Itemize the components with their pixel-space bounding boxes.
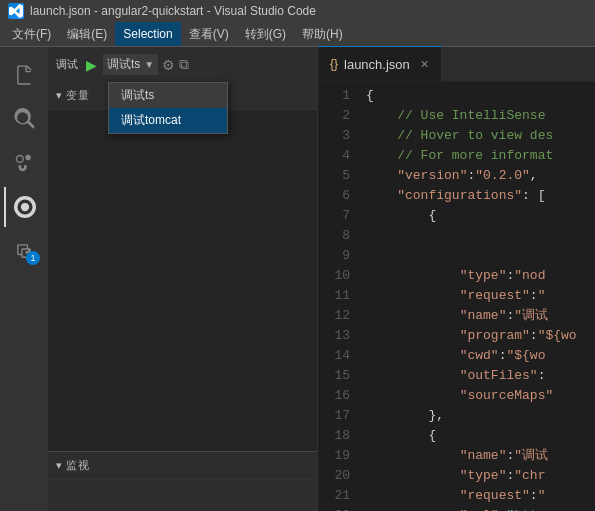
activity-source-control[interactable] [4, 143, 44, 183]
code-line-4: // For more informat [366, 146, 587, 166]
debug-toolbar: 调试 ▶ 调试ts ▼ ⚙ ⧉ 调试ts 调试tomcat [48, 47, 317, 82]
variables-area [48, 110, 317, 451]
code-line-18: { [366, 426, 587, 446]
debug-config-name: 调试ts [107, 56, 140, 73]
debug-gear-button[interactable]: ⚙ [162, 57, 175, 73]
code-line-19: "name": "调试 [366, 446, 587, 466]
activity-explorer[interactable] [4, 55, 44, 95]
code-line-17: }, [366, 406, 587, 426]
debug-label: 调试 [56, 57, 78, 72]
menu-view[interactable]: 查看(V) [181, 22, 237, 46]
menu-selection[interactable]: Selection [115, 22, 180, 46]
debug-split-button[interactable]: ⧉ [179, 56, 189, 73]
watch-section-label: ▾ 监视 [56, 458, 89, 473]
activity-extensions[interactable]: 1 [4, 231, 44, 271]
code-line-12: "name": "调试 [366, 306, 587, 326]
code-line-22: "url": "http [366, 506, 587, 511]
menu-file[interactable]: 文件(F) [4, 22, 59, 46]
line-numbers: 1234 5678 9101112 13141516 17181920 2122 [318, 82, 358, 511]
watch-section: ▾ 监视 [48, 451, 317, 511]
dropdown-item-tomcat[interactable]: 调试tomcat [109, 108, 227, 133]
code-line-6: "configurations": [ [366, 186, 587, 206]
code-line-13: "program": "${wo [366, 326, 587, 346]
code-line-8 [366, 226, 587, 246]
debug-panel: 调试 ▶ 调试ts ▼ ⚙ ⧉ 调试ts 调试tomcat ▾ 变量 ▾ 监视 [48, 47, 318, 511]
dropdown-arrow-icon: ▼ [144, 59, 154, 70]
code-line-3: // Hover to view des [366, 126, 587, 146]
code-editor[interactable]: 1234 5678 9101112 13141516 17181920 2122… [318, 82, 595, 511]
code-line-7: { [366, 206, 587, 226]
menu-edit[interactable]: 编辑(E) [59, 22, 115, 46]
tab-bar: {} launch.json ✕ [318, 47, 595, 82]
editor-area: {} launch.json ✕ 1234 5678 9101112 13141… [318, 47, 595, 511]
code-line-9 [366, 246, 587, 266]
menu-bar: 文件(F) 编辑(E) Selection 查看(V) 转到(G) 帮助(H) [0, 22, 595, 47]
code-line-10: "type": "nod [366, 266, 587, 286]
debug-play-button[interactable]: ▶ [86, 57, 97, 73]
title-bar: launch.json - angular2-quickstart - Visu… [0, 0, 595, 22]
editor-tab-launch-json[interactable]: {} launch.json ✕ [318, 46, 442, 81]
menu-help[interactable]: 帮助(H) [294, 22, 351, 46]
variables-section-label: ▾ 变量 [56, 88, 89, 103]
activity-debug[interactable] [4, 187, 44, 227]
code-line-15: "outFiles": [366, 366, 587, 386]
debug-config-dropdown: 调试ts 调试tomcat [108, 82, 228, 134]
code-line-21: "request": " [366, 486, 587, 506]
code-line-11: "request": " [366, 286, 587, 306]
code-line-16: "sourceMaps" [366, 386, 587, 406]
activity-bar: 1 [0, 47, 48, 511]
watch-section-header[interactable]: ▾ 监视 [48, 452, 317, 480]
tab-label: launch.json [344, 57, 410, 72]
vscode-icon [8, 3, 24, 19]
menu-goto[interactable]: 转到(G) [237, 22, 294, 46]
dropdown-item-ts[interactable]: 调试ts [109, 83, 227, 108]
main-layout: 1 调试 ▶ 调试ts ▼ ⚙ ⧉ 调试ts 调试tomcat ▾ 变量 [0, 47, 595, 511]
window-title: launch.json - angular2-quickstart - Visu… [30, 4, 316, 18]
code-content: { // Use IntelliSense // Hover to view d… [358, 82, 595, 511]
code-line-5: "version": "0.2.0", [366, 166, 587, 186]
debug-config-selector[interactable]: 调试ts ▼ [103, 54, 158, 75]
code-line-14: "cwd": "${wo [366, 346, 587, 366]
svg-point-0 [21, 203, 29, 211]
tab-close-icon[interactable]: ✕ [420, 58, 429, 71]
extensions-badge: 1 [26, 251, 40, 265]
json-file-icon: {} [330, 57, 338, 71]
code-line-2: // Use IntelliSense [366, 106, 587, 126]
code-line-20: "type": "chr [366, 466, 587, 486]
code-line-1: { [366, 86, 587, 106]
activity-search[interactable] [4, 99, 44, 139]
